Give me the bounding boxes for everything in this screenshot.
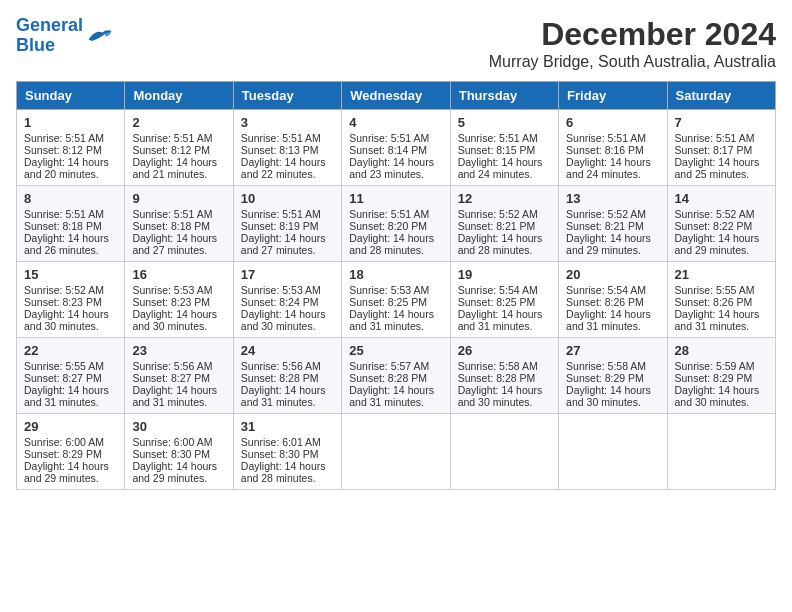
daylight-label: Daylight: 14 hours and 27 minutes. <box>241 232 326 256</box>
sunrise-label: Sunrise: 5:53 AM <box>241 284 321 296</box>
day-number: 6 <box>566 115 659 130</box>
sunrise-label: Sunrise: 5:51 AM <box>24 208 104 220</box>
daylight-label: Daylight: 14 hours and 31 minutes. <box>24 384 109 408</box>
sunrise-label: Sunrise: 5:51 AM <box>566 132 646 144</box>
daylight-label: Daylight: 14 hours and 31 minutes. <box>458 308 543 332</box>
calendar-cell: 25 Sunrise: 5:57 AM Sunset: 8:28 PM Dayl… <box>342 338 450 414</box>
daylight-label: Daylight: 14 hours and 21 minutes. <box>132 156 217 180</box>
calendar-cell: 9 Sunrise: 5:51 AM Sunset: 8:18 PM Dayli… <box>125 186 233 262</box>
daylight-label: Daylight: 14 hours and 23 minutes. <box>349 156 434 180</box>
sunrise-label: Sunrise: 5:51 AM <box>349 208 429 220</box>
calendar-cell: 12 Sunrise: 5:52 AM Sunset: 8:21 PM Dayl… <box>450 186 558 262</box>
sunrise-label: Sunrise: 6:01 AM <box>241 436 321 448</box>
sunset-label: Sunset: 8:28 PM <box>458 372 536 384</box>
calendar-cell: 4 Sunrise: 5:51 AM Sunset: 8:14 PM Dayli… <box>342 110 450 186</box>
sunset-label: Sunset: 8:22 PM <box>675 220 753 232</box>
sunset-label: Sunset: 8:21 PM <box>566 220 644 232</box>
sunrise-label: Sunrise: 6:00 AM <box>132 436 212 448</box>
calendar-cell: 17 Sunrise: 5:53 AM Sunset: 8:24 PM Dayl… <box>233 262 341 338</box>
day-number: 4 <box>349 115 442 130</box>
daylight-label: Daylight: 14 hours and 29 minutes. <box>24 460 109 484</box>
calendar-cell: 8 Sunrise: 5:51 AM Sunset: 8:18 PM Dayli… <box>17 186 125 262</box>
sunset-label: Sunset: 8:30 PM <box>241 448 319 460</box>
day-number: 28 <box>675 343 768 358</box>
day-number: 26 <box>458 343 551 358</box>
sunrise-label: Sunrise: 5:51 AM <box>675 132 755 144</box>
daylight-label: Daylight: 14 hours and 28 minutes. <box>458 232 543 256</box>
sunset-label: Sunset: 8:29 PM <box>566 372 644 384</box>
daylight-label: Daylight: 14 hours and 26 minutes. <box>24 232 109 256</box>
sunset-label: Sunset: 8:21 PM <box>458 220 536 232</box>
sunrise-label: Sunrise: 5:58 AM <box>458 360 538 372</box>
sunset-label: Sunset: 8:23 PM <box>132 296 210 308</box>
daylight-label: Daylight: 14 hours and 22 minutes. <box>241 156 326 180</box>
day-number: 22 <box>24 343 117 358</box>
day-number: 8 <box>24 191 117 206</box>
calendar-cell: 27 Sunrise: 5:58 AM Sunset: 8:29 PM Dayl… <box>559 338 667 414</box>
calendar-cell: 3 Sunrise: 5:51 AM Sunset: 8:13 PM Dayli… <box>233 110 341 186</box>
calendar-cell: 2 Sunrise: 5:51 AM Sunset: 8:12 PM Dayli… <box>125 110 233 186</box>
calendar-cell: 5 Sunrise: 5:51 AM Sunset: 8:15 PM Dayli… <box>450 110 558 186</box>
daylight-label: Daylight: 14 hours and 31 minutes. <box>566 308 651 332</box>
day-number: 14 <box>675 191 768 206</box>
logo-blue: Blue <box>16 35 55 55</box>
sunset-label: Sunset: 8:27 PM <box>132 372 210 384</box>
day-number: 10 <box>241 191 334 206</box>
daylight-label: Daylight: 14 hours and 29 minutes. <box>566 232 651 256</box>
sunrise-label: Sunrise: 5:53 AM <box>132 284 212 296</box>
sunrise-label: Sunrise: 5:54 AM <box>458 284 538 296</box>
calendar-day-header: Sunday <box>17 82 125 110</box>
daylight-label: Daylight: 14 hours and 24 minutes. <box>458 156 543 180</box>
calendar-week-row: 29 Sunrise: 6:00 AM Sunset: 8:29 PM Dayl… <box>17 414 776 490</box>
sunrise-label: Sunrise: 5:51 AM <box>241 132 321 144</box>
sunset-label: Sunset: 8:23 PM <box>24 296 102 308</box>
sunset-label: Sunset: 8:26 PM <box>566 296 644 308</box>
daylight-label: Daylight: 14 hours and 29 minutes. <box>132 460 217 484</box>
sunset-label: Sunset: 8:12 PM <box>24 144 102 156</box>
sunset-label: Sunset: 8:17 PM <box>675 144 753 156</box>
calendar-day-header: Monday <box>125 82 233 110</box>
sunset-label: Sunset: 8:27 PM <box>24 372 102 384</box>
calendar-cell: 6 Sunrise: 5:51 AM Sunset: 8:16 PM Dayli… <box>559 110 667 186</box>
day-number: 21 <box>675 267 768 282</box>
daylight-label: Daylight: 14 hours and 31 minutes. <box>349 308 434 332</box>
sunset-label: Sunset: 8:28 PM <box>241 372 319 384</box>
daylight-label: Daylight: 14 hours and 31 minutes. <box>349 384 434 408</box>
sunset-label: Sunset: 8:29 PM <box>675 372 753 384</box>
logo-general: General <box>16 15 83 35</box>
day-number: 15 <box>24 267 117 282</box>
daylight-label: Daylight: 14 hours and 30 minutes. <box>566 384 651 408</box>
sunset-label: Sunset: 8:18 PM <box>132 220 210 232</box>
day-number: 9 <box>132 191 225 206</box>
calendar-cell: 24 Sunrise: 5:56 AM Sunset: 8:28 PM Dayl… <box>233 338 341 414</box>
sunrise-label: Sunrise: 5:52 AM <box>458 208 538 220</box>
calendar-week-row: 22 Sunrise: 5:55 AM Sunset: 8:27 PM Dayl… <box>17 338 776 414</box>
day-number: 5 <box>458 115 551 130</box>
sunrise-label: Sunrise: 5:52 AM <box>566 208 646 220</box>
calendar-header-row: SundayMondayTuesdayWednesdayThursdayFrid… <box>17 82 776 110</box>
page-header: General Blue December 2024 Murray Bridge… <box>16 16 776 71</box>
title-area: December 2024 Murray Bridge, South Austr… <box>489 16 776 71</box>
logo-text: General Blue <box>16 16 83 56</box>
daylight-label: Daylight: 14 hours and 28 minutes. <box>241 460 326 484</box>
calendar-day-header: Friday <box>559 82 667 110</box>
calendar-cell: 22 Sunrise: 5:55 AM Sunset: 8:27 PM Dayl… <box>17 338 125 414</box>
sunset-label: Sunset: 8:18 PM <box>24 220 102 232</box>
sunset-label: Sunset: 8:16 PM <box>566 144 644 156</box>
day-number: 12 <box>458 191 551 206</box>
daylight-label: Daylight: 14 hours and 31 minutes. <box>132 384 217 408</box>
daylight-label: Daylight: 14 hours and 27 minutes. <box>132 232 217 256</box>
day-number: 24 <box>241 343 334 358</box>
day-number: 20 <box>566 267 659 282</box>
sunrise-label: Sunrise: 5:55 AM <box>675 284 755 296</box>
calendar-cell: 13 Sunrise: 5:52 AM Sunset: 8:21 PM Dayl… <box>559 186 667 262</box>
calendar-title: December 2024 <box>489 16 776 53</box>
calendar-cell <box>342 414 450 490</box>
calendar-cell: 21 Sunrise: 5:55 AM Sunset: 8:26 PM Dayl… <box>667 262 775 338</box>
sunrise-label: Sunrise: 5:51 AM <box>349 132 429 144</box>
day-number: 18 <box>349 267 442 282</box>
sunset-label: Sunset: 8:24 PM <box>241 296 319 308</box>
daylight-label: Daylight: 14 hours and 29 minutes. <box>675 232 760 256</box>
sunrise-label: Sunrise: 5:53 AM <box>349 284 429 296</box>
daylight-label: Daylight: 14 hours and 30 minutes. <box>675 384 760 408</box>
